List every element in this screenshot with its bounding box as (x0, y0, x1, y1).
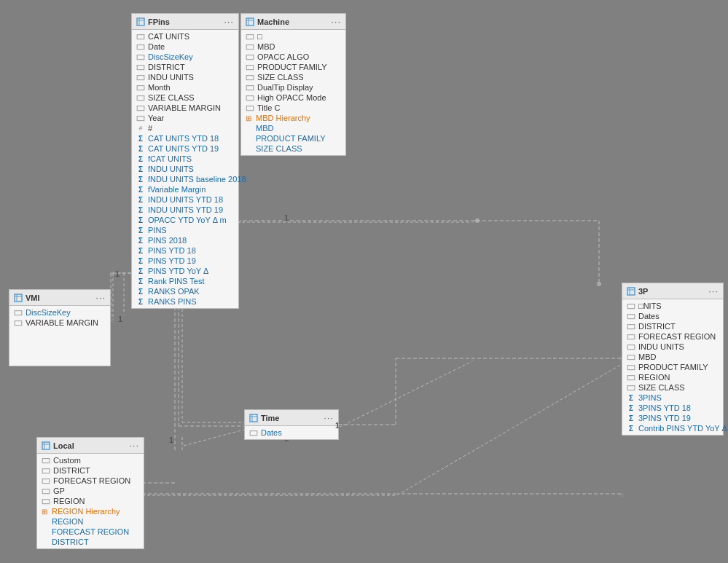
time-header[interactable]: Time ··· (245, 410, 338, 426)
field-row[interactable]: Σ OPACC YTD YoY Δ m (132, 215, 238, 225)
threep-menu[interactable]: ··· (708, 286, 719, 296)
field-icon (136, 114, 145, 122)
field-icon (14, 308, 23, 317)
field-icon (246, 103, 254, 112)
field-row[interactable]: Custom (37, 455, 144, 465)
field-icon (14, 318, 23, 327)
field-icon (627, 363, 635, 371)
field-row[interactable]: FORECAST REGION (37, 476, 144, 486)
field-row[interactable]: Title C (241, 103, 345, 113)
field-row[interactable]: Σ PINS (132, 225, 238, 235)
fpins-header[interactable]: FPins ··· (132, 14, 238, 30)
field-row[interactable]: Σ fCAT UNITS (132, 154, 238, 164)
field-row[interactable]: DISTRICT (37, 465, 144, 476)
field-row[interactable]: Σ CAT UNITS YTD 19 (132, 143, 238, 154)
field-row[interactable]: REGION (37, 516, 144, 527)
time-table-icon (249, 414, 258, 422)
fpins-menu[interactable]: ··· (224, 16, 234, 27)
field-row[interactable]: Σ fVariable Margin (132, 184, 238, 194)
field-icon (627, 332, 635, 341)
field-row[interactable]: Σ PINS 2018 (132, 235, 238, 245)
vmi-header[interactable]: VMI ··· (9, 290, 110, 306)
field-row[interactable]: SIZE CLASS (132, 92, 238, 103)
local-hierarchy-header[interactable]: ⊞ REGION Hierarchy (37, 506, 144, 516)
field-row[interactable]: Σ PINS YTD 19 (132, 256, 238, 266)
sigma-icon: Σ (136, 216, 145, 224)
machine-header[interactable]: Machine ··· (241, 14, 345, 30)
field-row[interactable]: MBD (622, 352, 723, 362)
sigma-icon: Σ (136, 134, 145, 143)
field-row[interactable]: VARIABLE MARGIN (132, 103, 238, 113)
field-row[interactable]: REGION (37, 496, 144, 506)
field-row[interactable]: Σ PINS YTD YoY Δ (132, 266, 238, 276)
field-row[interactable]: CAT UNITS (132, 31, 238, 42)
local-header[interactable]: Local ··· (37, 438, 144, 454)
field-row[interactable]: REGION (622, 372, 723, 382)
field-row[interactable]: INDU UNITS (132, 72, 238, 82)
local-menu[interactable]: ··· (129, 440, 139, 451)
svg-rect-100 (42, 489, 50, 494)
field-row[interactable]: □NITS (622, 301, 723, 311)
field-row[interactable]: Dates (622, 311, 723, 321)
field-row[interactable]: MBD (241, 42, 345, 52)
field-row[interactable]: # # (132, 123, 238, 133)
field-row[interactable]: SIZE CLASS (241, 143, 345, 154)
field-icon (627, 373, 635, 382)
field-row[interactable]: Σ CAT UNITS YTD 18 (132, 133, 238, 143)
field-row[interactable]: VARIABLE MARGIN (9, 318, 110, 328)
field-row[interactable]: Date (132, 42, 238, 52)
machine-table-icon (246, 17, 254, 26)
field-row[interactable]: Σ INDU UNITS YTD 18 (132, 194, 238, 205)
field-row[interactable]: Dates (245, 428, 338, 438)
field-row[interactable]: SIZE CLASS (241, 72, 345, 82)
svg-rect-87 (627, 366, 635, 370)
field-row[interactable]: Σ fNDU UNITS baseline 2018 (132, 174, 238, 184)
threep-title: 3P (638, 287, 648, 296)
vmi-menu[interactable]: ··· (95, 292, 106, 303)
threep-header[interactable]: 3P ··· (622, 283, 723, 299)
field-row[interactable]: DISTRICT (37, 537, 144, 547)
field-row[interactable]: Σ fNDU UNITS (132, 164, 238, 174)
field-row[interactable]: PRODUCT FAMILY (622, 362, 723, 372)
field-row[interactable]: DiscSizeKey (132, 52, 238, 62)
sigma-icon: Σ (136, 246, 145, 255)
time-title: Time (261, 414, 279, 422)
field-row[interactable]: DISTRICT (622, 321, 723, 331)
field-row[interactable]: PRODUCT FAMILY (241, 133, 345, 143)
field-row[interactable]: Σ 3PINS YTD 18 (622, 403, 723, 413)
field-icon (42, 487, 50, 495)
svg-rect-99 (42, 479, 50, 484)
svg-marker-15 (397, 493, 399, 495)
machine-menu[interactable]: ··· (331, 16, 341, 27)
field-row[interactable]: Σ Contrib PINS YTD YoY Δ (622, 423, 723, 433)
field-row[interactable]: Year (132, 113, 238, 123)
time-menu[interactable]: ··· (324, 412, 334, 423)
machine-body: □ MBD OPACC ALGO PRODUCT FAMILY SIZE CLA… (241, 30, 345, 155)
field-row[interactable]: MBD (241, 123, 345, 133)
field-row[interactable]: □ (241, 31, 345, 42)
field-row[interactable]: Σ INDU UNITS YTD 19 (132, 205, 238, 215)
field-row[interactable]: DualTip Display (241, 82, 345, 92)
field-row[interactable]: GP (37, 486, 144, 496)
sigma-icon: Σ (136, 205, 145, 214)
field-row[interactable]: Σ RANKS PINS (132, 296, 238, 307)
field-row[interactable]: Σ Rank PINS Test (132, 276, 238, 286)
field-row[interactable]: DiscSizeKey (9, 307, 110, 318)
field-row[interactable]: SIZE CLASS (622, 382, 723, 393)
field-row[interactable]: Month (132, 82, 238, 92)
hierarchy-header[interactable]: ⊞ MBD Hierarchy (241, 113, 345, 123)
field-row[interactable]: Σ 3PINS (622, 393, 723, 403)
field-row[interactable]: Σ PINS YTD 18 (132, 245, 238, 256)
svg-marker-12 (471, 358, 474, 363)
field-row[interactable]: FORECAST REGION (622, 331, 723, 342)
svg-rect-85 (627, 345, 635, 350)
field-row[interactable]: DISTRICT (132, 62, 238, 72)
field-row[interactable]: High OPACC Mode (241, 92, 345, 103)
field-row[interactable]: Σ RANKS OPAK (132, 286, 238, 296)
field-row[interactable]: Σ 3PINS YTD 19 (622, 413, 723, 423)
field-row[interactable]: OPACC ALGO (241, 52, 345, 62)
field-icon (246, 42, 254, 51)
field-row[interactable]: PRODUCT FAMILY (241, 62, 345, 72)
field-row[interactable]: INDU UNITS (622, 342, 723, 352)
field-row[interactable]: FORECAST REGION (37, 527, 144, 537)
